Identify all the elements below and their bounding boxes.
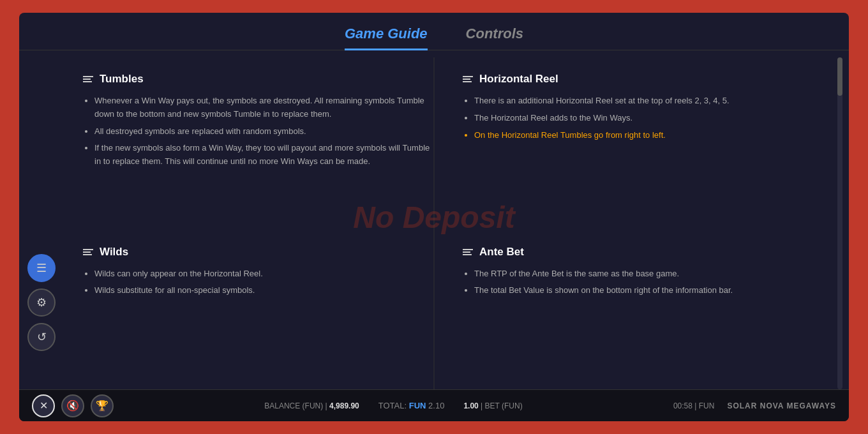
list-item: Whenever a Win Way pays out, the symbols… — [94, 94, 437, 121]
list-item: The RTP of the Ante Bet is the same as t… — [474, 267, 817, 281]
guide-icon: ☰ — [36, 261, 47, 275]
sidebar: ☰ ⚙ ↺ — [19, 51, 64, 389]
list-item-highlight: On the Horizontal Reel Tumbles go from r… — [474, 129, 817, 142]
list-item: Wilds can only appear on the Horizontal … — [94, 267, 437, 281]
balance-info: BALANCE (FUN) | 4,989.90 — [264, 401, 359, 410]
trophy-button[interactable]: 🏆 — [91, 394, 114, 417]
horizontal-reel-icon — [463, 76, 473, 82]
time-display: 00:58 | FUN — [673, 401, 715, 410]
section-horizontal-reel: Horizontal Reel There is an additional H… — [450, 63, 830, 236]
scrollbar-track[interactable] — [837, 57, 842, 389]
settings-icon: ⚙ — [36, 296, 47, 310]
list-item: If the new symbols also form a Win Way, … — [94, 142, 437, 168]
tab-controls[interactable]: Controls — [466, 26, 523, 50]
sidebar-btn-guide[interactable]: ☰ — [27, 254, 56, 282]
section-tumbles: Tumbles Whenever a Win Way pays out, the… — [70, 63, 450, 236]
total-info: TOTAL: FUN 2.10 — [378, 401, 445, 410]
list-item: The Horizontal Reel adds to the Win Ways… — [474, 112, 817, 125]
list-item: There is an additional Horizontal Reel s… — [474, 94, 817, 108]
wilds-icon — [83, 249, 93, 255]
trophy-icon: 🏆 — [96, 400, 108, 412]
tumbles-list: Whenever a Win Way pays out, the symbols… — [83, 94, 437, 168]
tabs-header: Game Guide Controls — [19, 13, 849, 50]
section-ante-bet: Ante Bet The RTP of the Ante Bet is the … — [450, 236, 830, 409]
bottom-right: 00:58 | FUN SOLAR NOVA MEGAWAYS — [673, 401, 836, 410]
ante-bet-icon — [463, 249, 473, 255]
list-item: The total Bet Value is shown on the bott… — [474, 284, 817, 297]
ante-bet-title: Ante Bet — [463, 246, 817, 258]
section-wilds: Wilds Wilds can only appear on the Horiz… — [70, 236, 450, 409]
game-name: SOLAR NOVA MEGAWAYS — [727, 401, 836, 410]
tumbles-title: Tumbles — [83, 73, 437, 86]
mute-icon: 🔇 — [66, 400, 79, 412]
close-button[interactable]: ✕ — [32, 394, 55, 417]
history-icon: ↺ — [37, 330, 47, 344]
sidebar-btn-history[interactable]: ↺ — [27, 323, 56, 351]
vertical-divider — [434, 57, 435, 389]
bottom-left: ✕ 🔇 🏆 — [32, 394, 114, 417]
horizontal-reel-title: Horizontal Reel — [463, 73, 817, 86]
list-item: Wilds substitute for all non-special sym… — [94, 284, 437, 297]
main-container: Game Guide Controls No Deposit ☰ ⚙ ↺ Tum… — [19, 13, 849, 421]
scrollbar-thumb[interactable] — [837, 57, 842, 96]
wilds-list: Wilds can only appear on the Horizontal … — [83, 267, 437, 298]
bottom-center: BALANCE (FUN) | 4,989.90 TOTAL: FUN 2.10… — [264, 401, 522, 410]
ante-bet-list: The RTP of the Ante Bet is the same as t… — [463, 267, 817, 298]
horizontal-reel-list: There is an additional Horizontal Reel s… — [463, 94, 817, 142]
wilds-title: Wilds — [83, 246, 437, 258]
bottom-bar: ✕ 🔇 🏆 BALANCE (FUN) | 4,989.90 TOTAL: FU… — [19, 389, 849, 421]
mute-button[interactable]: 🔇 — [61, 394, 84, 417]
tab-game-guide[interactable]: Game Guide — [345, 26, 428, 50]
sidebar-btn-settings[interactable]: ⚙ — [27, 288, 56, 317]
tumbles-icon — [83, 76, 93, 82]
list-item: All destroyed symbols are replaced with … — [94, 125, 437, 138]
close-icon: ✕ — [40, 400, 48, 412]
bet-info: 1.00 | BET (FUN) — [463, 401, 522, 410]
